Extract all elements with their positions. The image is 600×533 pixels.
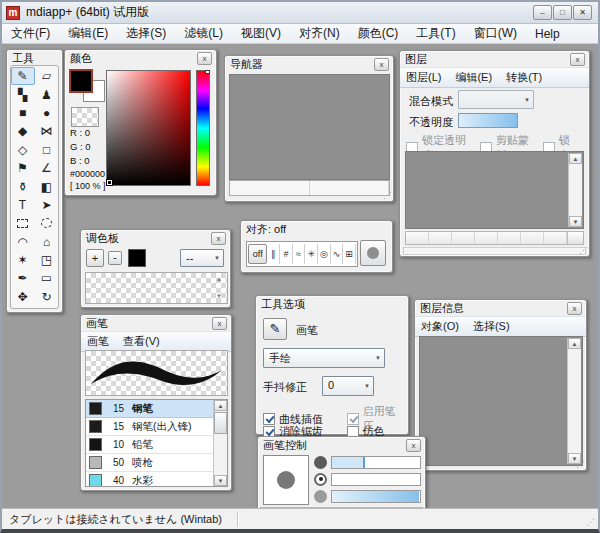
opacity-slider[interactable] [458, 113, 518, 128]
current-tool-button[interactable]: ✎ [263, 318, 287, 340]
minimize-button[interactable]: – [533, 5, 552, 20]
tool-magic-wand[interactable]: ✶ [11, 251, 35, 269]
tool-bucket-fill[interactable]: ⚱ [11, 177, 35, 195]
tool-eyedropper[interactable]: ✒ [11, 269, 35, 287]
layer-info-menu-select[interactable]: 选择(S) [467, 317, 518, 336]
palette-remove-button[interactable]: - [108, 251, 122, 265]
tool-eraser[interactable]: ▱ [35, 67, 59, 85]
menu-help[interactable]: Help [526, 25, 569, 43]
vanishing-point-snap-icon[interactable]: ✳ [305, 244, 318, 264]
resize-grip[interactable]: ⋰ [586, 517, 595, 527]
menu-select[interactable]: 选择(S) [117, 23, 175, 44]
scroll-up-icon[interactable]: ▲ [569, 153, 582, 164]
foreground-color-swatch[interactable] [69, 69, 93, 93]
menu-file[interactable]: 文件(F) [2, 23, 59, 44]
grid-snap-icon[interactable]: # [280, 244, 293, 264]
close-icon[interactable]: x [374, 58, 389, 71]
palette-swatch-area[interactable]: ▲ ▼ [85, 272, 228, 304]
layer-info-list[interactable]: ▲ ▼ [419, 336, 583, 466]
tool-rect-outline[interactable]: □ [35, 141, 59, 159]
wave-snap-icon[interactable]: ≈ [293, 244, 306, 264]
layer-toolbar-button[interactable] [475, 232, 498, 244]
saturation-value-picker[interactable] [106, 70, 191, 186]
close-icon[interactable]: x [567, 302, 582, 315]
layers-menu-convert[interactable]: 转换(T) [500, 68, 550, 87]
resize-grip[interactable]: ⋰ [383, 191, 391, 200]
brush-menu-brush[interactable]: 画笔 [81, 332, 117, 351]
tool-stamp[interactable]: ♟ [35, 85, 59, 103]
resize-grip[interactable]: ⋰ [576, 460, 584, 469]
curve-snap-icon[interactable]: ∿ [331, 244, 344, 264]
tool-pen[interactable]: ✎ [11, 67, 35, 85]
close-icon[interactable]: x [570, 53, 585, 66]
tool-polygon-lasso[interactable]: ⌂ [35, 233, 59, 251]
tool-ruler[interactable]: ▭ [35, 269, 59, 287]
opacity-slider[interactable] [331, 473, 421, 486]
layer-toolbar-button[interactable] [521, 232, 544, 244]
palette-current-swatch[interactable] [128, 249, 146, 267]
navigator-angle-cell[interactable] [310, 181, 390, 195]
tool-fill-ellipse[interactable]: ● [35, 104, 59, 122]
layers-menu-layer[interactable]: 图层(L) [400, 68, 449, 87]
tool-rotate-view[interactable]: ↻ [35, 288, 59, 306]
palette-add-button[interactable]: + [86, 249, 104, 267]
brush-row-airbrush[interactable]: 50 喷枪 [86, 454, 227, 472]
density-pressure-toggle[interactable] [314, 490, 327, 503]
scroll-up-icon[interactable]: ▲ [214, 400, 227, 411]
menu-tool[interactable]: 工具(T) [407, 23, 464, 44]
maximize-button[interactable]: □ [553, 5, 572, 20]
tool-pixel-pen[interactable]: ▚ [11, 85, 35, 103]
tool-lasso[interactable]: ◠ [11, 233, 35, 251]
layer-list[interactable]: ▲ ▼ [405, 151, 584, 229]
draw-mode-dropdown[interactable]: 手绘▼ [263, 348, 385, 368]
menu-snap[interactable]: 对齐(N) [290, 23, 349, 44]
snap-off-button[interactable]: off [248, 244, 267, 264]
layer-toolbar-corner-button[interactable] [567, 232, 583, 244]
size-slider[interactable] [331, 456, 421, 469]
perspective-snap-icon[interactable]: ⊞ [343, 244, 356, 264]
layer-toolbar-button[interactable] [429, 232, 452, 244]
close-icon[interactable]: x [197, 52, 212, 65]
brush-row-pencil[interactable]: 10 铅笔 [86, 436, 227, 454]
hue-slider[interactable] [196, 70, 210, 186]
layer-toolbar-button[interactable] [452, 232, 475, 244]
tool-fill-polygon[interactable]: ◆ [11, 122, 35, 140]
menu-color[interactable]: 颜色(C) [349, 23, 408, 44]
layer-info-menu-object[interactable]: 对象(O) [415, 317, 467, 336]
navigator-viewport[interactable] [229, 74, 390, 180]
tool-fill-rect[interactable]: ■ [11, 104, 35, 122]
scrollbar-thumb[interactable] [214, 412, 227, 434]
blend-mode-dropdown[interactable]: ▼ [458, 90, 534, 109]
palette-preset-dropdown[interactable]: --▼ [180, 249, 224, 267]
brush-row-pen-taper[interactable]: 15 钢笔(出入锋) [86, 418, 227, 436]
layer-list-scrollbar[interactable]: ▲ ▼ [568, 153, 582, 227]
parallel-snap-icon[interactable]: ∥ [267, 244, 280, 264]
tool-symmetry[interactable]: ⋈ [35, 122, 59, 140]
tool-curve-pen[interactable]: ⚑ [11, 159, 35, 177]
layer-toolbar-button[interactable] [406, 232, 429, 244]
brush-row-watercolor[interactable]: 40 水彩 [86, 472, 227, 487]
close-icon[interactable]: x [211, 232, 226, 245]
menu-view[interactable]: 视图(V) [232, 23, 290, 44]
layer-info-scrollbar[interactable]: ▲ ▼ [567, 338, 581, 464]
tool-gradient[interactable]: ◧ [35, 177, 59, 195]
tool-move[interactable]: ➤ [35, 196, 59, 214]
close-icon[interactable]: x [212, 317, 227, 330]
snap-settings-button[interactable] [360, 240, 386, 266]
tool-rect-select[interactable] [11, 214, 35, 232]
transparent-color-swatch[interactable] [71, 107, 99, 127]
tool-ellipse-select[interactable] [35, 214, 59, 232]
brush-list-scrollbar[interactable]: ▲ ▼ [213, 400, 227, 486]
menu-filter[interactable]: 滤镜(L) [175, 23, 232, 44]
scroll-up-icon[interactable]: ▲ [212, 274, 226, 285]
stabilizer-dropdown[interactable]: 0▼ [322, 376, 374, 396]
scroll-down-icon[interactable]: ▼ [214, 475, 227, 486]
tool-pan-hand[interactable]: ✥ [11, 288, 35, 306]
opacity-pressure-toggle[interactable] [314, 473, 327, 486]
tool-transform[interactable]: ◳ [35, 251, 59, 269]
palette-scrollbar[interactable]: ▲ ▼ [212, 274, 226, 302]
resize-grip[interactable]: ⋰ [579, 246, 587, 255]
tool-closed-curve[interactable]: ◇ [11, 141, 35, 159]
tool-polyline[interactable]: ∠ [35, 159, 59, 177]
layers-menu-edit[interactable]: 编辑(E) [449, 68, 500, 87]
